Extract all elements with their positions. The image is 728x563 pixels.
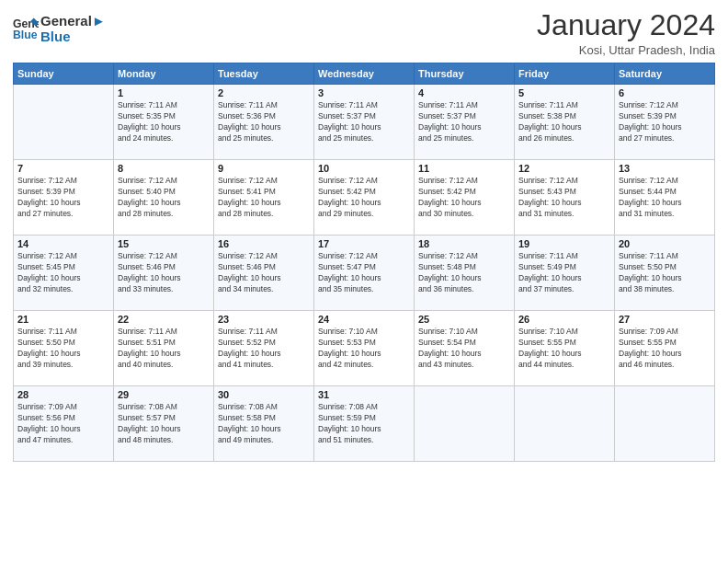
weekday-header: Sunday <box>14 63 114 85</box>
day-number: 9 <box>218 163 310 174</box>
weekday-header: Wednesday <box>314 63 415 85</box>
calendar-day-cell: 20Sunrise: 7:11 AM Sunset: 5:50 PM Dayli… <box>615 236 715 311</box>
day-info: Sunrise: 7:09 AM Sunset: 5:56 PM Dayligh… <box>17 402 109 446</box>
logo: General Blue General► Blue <box>13 13 106 45</box>
day-number: 21 <box>17 314 109 325</box>
logo-blue-text: Blue <box>40 29 106 44</box>
calendar-day-cell: 29Sunrise: 7:08 AM Sunset: 5:57 PM Dayli… <box>114 386 214 462</box>
location: Kosi, Uttar Pradesh, India <box>537 43 715 57</box>
weekday-header: Monday <box>114 63 214 85</box>
day-info: Sunrise: 7:12 AM Sunset: 5:42 PM Dayligh… <box>318 176 410 220</box>
calendar-day-cell: 12Sunrise: 7:12 AM Sunset: 5:43 PM Dayli… <box>515 160 615 236</box>
weekday-header: Tuesday <box>214 63 314 85</box>
weekday-header: Friday <box>515 63 615 85</box>
calendar-day-cell: 19Sunrise: 7:11 AM Sunset: 5:49 PM Dayli… <box>515 236 615 311</box>
calendar-week-row: 7Sunrise: 7:12 AM Sunset: 5:39 PM Daylig… <box>14 160 715 236</box>
calendar-day-cell: 8Sunrise: 7:12 AM Sunset: 5:40 PM Daylig… <box>114 160 214 236</box>
calendar-day-cell: 10Sunrise: 7:12 AM Sunset: 5:42 PM Dayli… <box>314 160 415 236</box>
day-info: Sunrise: 7:10 AM Sunset: 5:55 PM Dayligh… <box>518 327 610 371</box>
calendar-day-cell: 9Sunrise: 7:12 AM Sunset: 5:41 PM Daylig… <box>214 160 314 236</box>
day-info: Sunrise: 7:12 AM Sunset: 5:46 PM Dayligh… <box>218 251 310 295</box>
calendar-day-cell: 7Sunrise: 7:12 AM Sunset: 5:39 PM Daylig… <box>14 160 114 236</box>
page-container: General Blue General► Blue January 2024 … <box>0 0 728 471</box>
day-info: Sunrise: 7:11 AM Sunset: 5:52 PM Dayligh… <box>218 327 310 371</box>
day-number: 25 <box>418 314 510 325</box>
svg-text:Blue: Blue <box>13 29 38 41</box>
day-number: 29 <box>118 389 210 400</box>
day-number: 15 <box>118 238 210 249</box>
day-info: Sunrise: 7:11 AM Sunset: 5:35 PM Dayligh… <box>118 100 210 144</box>
day-number: 10 <box>318 163 410 174</box>
calendar-day-cell: 18Sunrise: 7:12 AM Sunset: 5:48 PM Dayli… <box>415 236 515 311</box>
day-number: 19 <box>518 238 610 249</box>
calendar-day-cell: 6Sunrise: 7:12 AM Sunset: 5:39 PM Daylig… <box>615 85 715 160</box>
header-row: SundayMondayTuesdayWednesdayThursdayFrid… <box>14 63 715 85</box>
day-info: Sunrise: 7:11 AM Sunset: 5:38 PM Dayligh… <box>518 100 610 144</box>
calendar-week-row: 28Sunrise: 7:09 AM Sunset: 5:56 PM Dayli… <box>14 386 715 462</box>
day-number: 7 <box>17 163 109 174</box>
day-info: Sunrise: 7:08 AM Sunset: 5:57 PM Dayligh… <box>118 402 210 446</box>
day-info: Sunrise: 7:10 AM Sunset: 5:54 PM Dayligh… <box>418 327 510 371</box>
calendar-day-cell: 22Sunrise: 7:11 AM Sunset: 5:51 PM Dayli… <box>114 311 214 386</box>
day-info: Sunrise: 7:12 AM Sunset: 5:45 PM Dayligh… <box>17 251 109 295</box>
day-info: Sunrise: 7:12 AM Sunset: 5:42 PM Dayligh… <box>418 176 510 220</box>
calendar-day-cell: 14Sunrise: 7:12 AM Sunset: 5:45 PM Dayli… <box>14 236 114 311</box>
day-number: 11 <box>418 163 510 174</box>
day-info: Sunrise: 7:12 AM Sunset: 5:48 PM Dayligh… <box>418 251 510 295</box>
weekday-header: Saturday <box>615 63 715 85</box>
day-number: 17 <box>318 238 410 249</box>
day-number: 28 <box>17 389 109 400</box>
calendar-day-cell: 27Sunrise: 7:09 AM Sunset: 5:55 PM Dayli… <box>615 311 715 386</box>
calendar-day-cell: 5Sunrise: 7:11 AM Sunset: 5:38 PM Daylig… <box>515 85 615 160</box>
calendar-week-row: 21Sunrise: 7:11 AM Sunset: 5:50 PM Dayli… <box>14 311 715 386</box>
calendar-day-cell <box>515 386 615 462</box>
day-info: Sunrise: 7:12 AM Sunset: 5:40 PM Dayligh… <box>118 176 210 220</box>
logo-blue-triangle: ► <box>92 13 106 29</box>
calendar-day-cell: 30Sunrise: 7:08 AM Sunset: 5:58 PM Dayli… <box>214 386 314 462</box>
day-number: 3 <box>318 87 410 98</box>
calendar-day-cell: 3Sunrise: 7:11 AM Sunset: 5:37 PM Daylig… <box>314 85 415 160</box>
weekday-header: Thursday <box>415 63 515 85</box>
calendar-day-cell: 16Sunrise: 7:12 AM Sunset: 5:46 PM Dayli… <box>214 236 314 311</box>
calendar-day-cell: 11Sunrise: 7:12 AM Sunset: 5:42 PM Dayli… <box>415 160 515 236</box>
calendar-day-cell: 31Sunrise: 7:08 AM Sunset: 5:59 PM Dayli… <box>314 386 415 462</box>
day-number: 20 <box>619 238 711 249</box>
day-info: Sunrise: 7:12 AM Sunset: 5:43 PM Dayligh… <box>518 176 610 220</box>
calendar-day-cell <box>615 386 715 462</box>
logo-icon: General Blue <box>13 15 39 40</box>
day-info: Sunrise: 7:12 AM Sunset: 5:46 PM Dayligh… <box>118 251 210 295</box>
day-info: Sunrise: 7:12 AM Sunset: 5:41 PM Dayligh… <box>218 176 310 220</box>
calendar-body: 1Sunrise: 7:11 AM Sunset: 5:35 PM Daylig… <box>14 85 715 462</box>
calendar-day-cell: 15Sunrise: 7:12 AM Sunset: 5:46 PM Dayli… <box>114 236 214 311</box>
day-number: 26 <box>518 314 610 325</box>
calendar-week-row: 1Sunrise: 7:11 AM Sunset: 5:35 PM Daylig… <box>14 85 715 160</box>
day-number: 12 <box>518 163 610 174</box>
calendar-table: SundayMondayTuesdayWednesdayThursdayFrid… <box>13 63 715 462</box>
day-number: 22 <box>118 314 210 325</box>
calendar-day-cell: 4Sunrise: 7:11 AM Sunset: 5:37 PM Daylig… <box>415 85 515 160</box>
day-number: 23 <box>218 314 310 325</box>
day-info: Sunrise: 7:08 AM Sunset: 5:58 PM Dayligh… <box>218 402 310 446</box>
calendar-day-cell <box>14 85 114 160</box>
day-number: 2 <box>218 87 310 98</box>
month-title: January 2024 <box>537 9 715 41</box>
day-info: Sunrise: 7:11 AM Sunset: 5:49 PM Dayligh… <box>518 251 610 295</box>
logo-general: General► <box>40 13 106 29</box>
calendar-week-row: 14Sunrise: 7:12 AM Sunset: 5:45 PM Dayli… <box>14 236 715 311</box>
day-number: 13 <box>619 163 711 174</box>
day-info: Sunrise: 7:08 AM Sunset: 5:59 PM Dayligh… <box>318 402 410 446</box>
day-info: Sunrise: 7:12 AM Sunset: 5:47 PM Dayligh… <box>318 251 410 295</box>
day-info: Sunrise: 7:09 AM Sunset: 5:55 PM Dayligh… <box>619 327 711 371</box>
day-info: Sunrise: 7:11 AM Sunset: 5:36 PM Dayligh… <box>218 100 310 144</box>
calendar-header: SundayMondayTuesdayWednesdayThursdayFrid… <box>14 63 715 85</box>
day-info: Sunrise: 7:12 AM Sunset: 5:44 PM Dayligh… <box>619 176 711 220</box>
day-info: Sunrise: 7:12 AM Sunset: 5:39 PM Dayligh… <box>17 176 109 220</box>
day-number: 30 <box>218 389 310 400</box>
day-info: Sunrise: 7:11 AM Sunset: 5:50 PM Dayligh… <box>619 251 711 295</box>
calendar-day-cell: 26Sunrise: 7:10 AM Sunset: 5:55 PM Dayli… <box>515 311 615 386</box>
calendar-day-cell: 17Sunrise: 7:12 AM Sunset: 5:47 PM Dayli… <box>314 236 415 311</box>
day-info: Sunrise: 7:11 AM Sunset: 5:37 PM Dayligh… <box>318 100 410 144</box>
day-number: 4 <box>418 87 510 98</box>
title-block: January 2024 Kosi, Uttar Pradesh, India <box>537 9 715 57</box>
day-number: 27 <box>619 314 711 325</box>
